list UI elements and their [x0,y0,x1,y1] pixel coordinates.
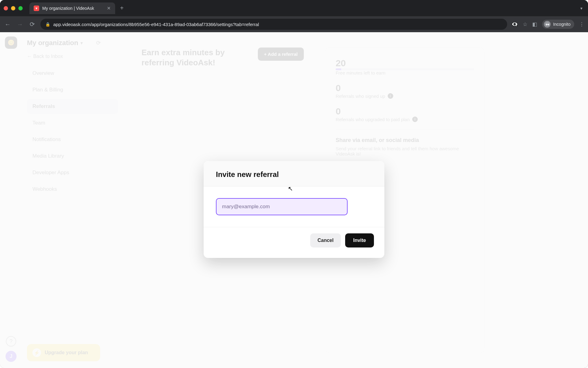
eye-off-icon[interactable]: 👁‍🗨 [511,21,518,28]
incognito-label: Incognito [553,22,571,27]
url-text: app.videoask.com/app/organizations/8b955… [53,22,259,27]
extensions-icon[interactable]: ◧ [532,21,537,28]
address-bar[interactable]: 🔒 app.videoask.com/app/organizations/8b9… [40,19,507,30]
incognito-chip[interactable]: 🕶 Incognito [542,20,574,29]
invite-referral-modal: Invite new referral Cancel Invite [204,161,384,258]
window-controls [4,6,23,10]
window-close-button[interactable] [4,6,8,10]
browser-window: ▾ My organization | VideoAsk ✕ + ▾ ← → ⟳… [0,0,588,368]
cancel-button[interactable]: Cancel [310,233,341,247]
forward-button[interactable]: → [16,21,24,28]
bookmark-star-icon[interactable]: ☆ [523,21,527,28]
browser-tab[interactable]: ▾ My organization | VideoAsk ✕ [29,2,115,14]
back-button[interactable]: ← [4,21,12,28]
new-tab-button[interactable]: + [118,5,126,12]
tab-title: My organization | VideoAsk [42,6,94,11]
tabs-overflow-icon[interactable]: ▾ [580,6,582,11]
kebab-menu-icon[interactable]: ⋮ [579,21,584,28]
browser-toolbar: ← → ⟳ 🔒 app.videoask.com/app/organizatio… [0,16,588,32]
window-zoom-button[interactable] [18,6,23,10]
window-minimize-button[interactable] [11,6,15,10]
modal-title: Invite new referral [204,161,384,186]
invite-button[interactable]: Invite [345,233,374,247]
tab-strip: ▾ My organization | VideoAsk ✕ + ▾ [0,0,588,16]
referral-email-input[interactable] [216,198,348,215]
incognito-icon: 🕶 [544,21,551,28]
tab-close-icon[interactable]: ✕ [107,6,111,11]
reload-button[interactable]: ⟳ [28,21,36,28]
lock-icon: 🔒 [45,22,50,27]
tab-favicon: ▾ [34,6,39,11]
modal-overlay[interactable]: Invite new referral Cancel Invite ↖ [0,32,588,368]
